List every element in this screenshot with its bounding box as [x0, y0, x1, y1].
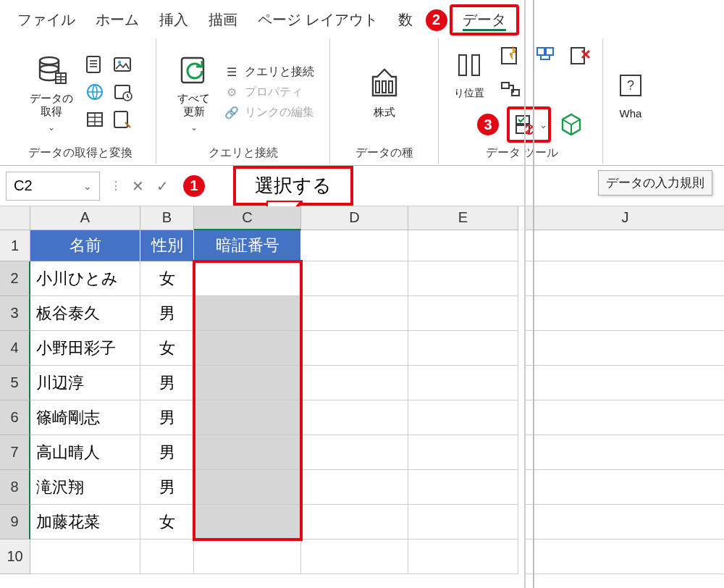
from-table-range-icon[interactable]	[84, 109, 106, 130]
group-forecast-partial: ? Wha	[603, 38, 658, 164]
name-box[interactable]: C2 ⌄	[6, 172, 100, 201]
name-box-value: C2	[14, 177, 33, 194]
group-queries-label: クエリと接続	[209, 146, 278, 161]
refresh-all-button[interactable]: すべて 更新	[172, 50, 216, 134]
cancel-icon[interactable]: ✕	[129, 177, 146, 195]
svg-rect-27	[537, 48, 544, 55]
sheet-grid[interactable]: ABCDEJ1名前性別暗証番号2小川ひとみ女3板谷泰久男4小野田彩子女5川辺淳男…	[0, 206, 724, 574]
queries-connections-item[interactable]: ☰クエリと接続	[223, 63, 314, 80]
get-data-label: データの 取得	[30, 92, 73, 118]
svg-point-11	[118, 61, 121, 64]
svg-rect-28	[546, 48, 553, 55]
consolidate-icon[interactable]	[531, 41, 560, 70]
svg-rect-32	[502, 83, 509, 88]
text-to-columns-label: り位置	[454, 87, 484, 99]
svg-point-1	[40, 65, 59, 72]
ribbon: データの 取得 データの取得と変換 すべて 更新 ☰クエリと接続	[0, 35, 724, 166]
get-data-button[interactable]: データの 取得	[27, 50, 76, 134]
tab-formulas-partial[interactable]: 数	[388, 7, 424, 33]
what-if-icon: ?	[612, 67, 649, 104]
what-if-label: Wha	[620, 107, 642, 120]
group-queries: すべて 更新 ☰クエリと接続 ⚙プロパティ 🔗リンクの編集 クエリと接続	[156, 38, 330, 164]
svg-rect-25	[472, 55, 479, 75]
callout-badge-3: 3	[477, 114, 499, 135]
tab-data[interactable]: データ	[450, 4, 519, 35]
chevron-down-icon	[48, 121, 55, 133]
enter-icon[interactable]: ✓	[153, 177, 171, 195]
properties-icon: ⚙	[223, 83, 240, 101]
list-icon: ☰	[223, 63, 240, 80]
svg-point-0	[40, 57, 59, 64]
group-get-transform: データの 取得 データの取得と変換	[4, 38, 156, 164]
from-picture-icon[interactable]	[111, 54, 133, 75]
svg-rect-23	[389, 81, 392, 93]
tab-draw[interactable]: 描画	[198, 7, 248, 33]
tab-home[interactable]: ホーム	[85, 7, 149, 33]
text-to-columns-icon	[450, 46, 488, 84]
from-web-icon[interactable]	[84, 81, 106, 103]
group-get-transform-label: データの取得と変換	[28, 146, 132, 161]
ribbon-tabs: ファイル ホーム 挿入 描画 ページ レイアウト 数 2 データ	[0, 0, 724, 35]
database-icon	[33, 51, 70, 89]
what-if-button[interactable]: ? Wha	[609, 65, 652, 122]
get-transform-mini	[83, 51, 134, 133]
stocks-icon	[366, 65, 403, 103]
existing-connections-icon[interactable]	[111, 109, 133, 130]
from-text-csv-icon[interactable]	[84, 54, 106, 75]
refresh-all-label: すべて 更新	[177, 92, 210, 118]
tab-page-layout[interactable]: ページ レイアウト	[248, 7, 388, 33]
group-data-types-label: データの種	[355, 146, 413, 161]
remove-duplicates-icon[interactable]	[565, 41, 594, 70]
tab-insert[interactable]: 挿入	[149, 7, 198, 33]
chevron-down-icon	[190, 121, 198, 133]
text-to-columns-button[interactable]: り位置	[447, 45, 491, 101]
data-validation-button[interactable]: ⌄	[507, 106, 551, 143]
group-data-tools-label: データ ツール	[486, 146, 558, 161]
svg-rect-6	[87, 56, 100, 72]
flash-fill-icon[interactable]	[496, 41, 525, 70]
svg-rect-22	[382, 81, 386, 93]
data-validation-tooltip: データの入力規則	[598, 170, 712, 196]
tab-file[interactable]: ファイル	[7, 7, 85, 33]
svg-text:?: ?	[627, 78, 634, 93]
stocks-label: 株式	[374, 106, 395, 119]
callout-badge-2: 2	[426, 9, 447, 31]
svg-rect-29	[571, 48, 584, 64]
chevron-down-icon[interactable]: ⌄	[539, 119, 547, 130]
properties-item: ⚙プロパティ	[223, 83, 314, 101]
svg-rect-24	[459, 55, 466, 75]
refresh-icon	[175, 51, 213, 89]
manage-data-model-icon[interactable]	[557, 110, 586, 139]
stocks-button[interactable]: 株式	[363, 64, 406, 120]
chevron-down-icon[interactable]: ⌄	[83, 180, 92, 192]
group-data-tools: り位置 3 ⌄ データ ツール	[442, 38, 603, 164]
edit-links-item: 🔗リンクの編集	[223, 104, 314, 121]
link-icon: 🔗	[223, 104, 240, 121]
svg-rect-19	[114, 112, 127, 127]
svg-rect-10	[114, 58, 130, 71]
recent-sources-icon[interactable]	[111, 81, 133, 103]
callout-select: 選択する	[233, 166, 353, 206]
relationships-icon[interactable]	[496, 75, 525, 104]
svg-rect-21	[376, 81, 379, 93]
callout-badge-1: 1	[183, 175, 205, 197]
group-data-types: 株式 データの種	[330, 38, 439, 164]
